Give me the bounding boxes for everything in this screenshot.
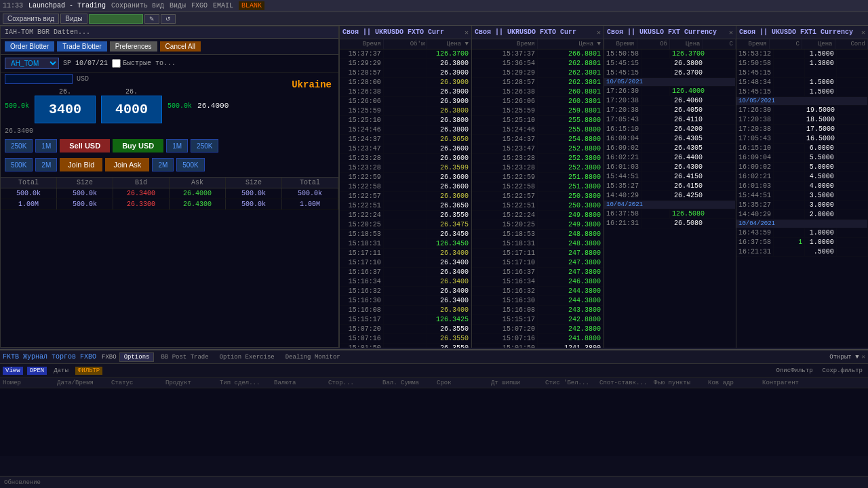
qty-500k-btn[interactable]: 500K [5,158,33,171]
savefilt-btn[interactable]: Сохр.фильтр [820,367,865,375]
table-row: 16:37:58 1 1.0000 [736,238,868,247]
ob-ask-1: 26.4000 [170,188,226,199]
join-bid-btn[interactable]: Join Bid [60,158,102,171]
mp4-c [774,210,805,219]
qty-250k-right-btn[interactable]: 250K [191,139,218,152]
mp4-time: 17:20:38 [736,125,774,134]
table-row: 15:18:53 26.3450 [340,230,471,239]
table-row: 16:21:31 26.5080 [604,219,736,228]
mp4-price: 17.5000 [804,125,837,134]
mp3-vol [642,49,670,58]
mp3-price: 126.4000 [670,87,707,96]
mp2-price: 249.3800 [538,220,604,229]
views-btn[interactable]: Виды [60,14,87,24]
save-view-btn[interactable]: Сохранить вид [3,14,59,24]
preferences-btn[interactable]: Preferences [110,41,157,52]
instrument-select[interactable]: АН_ТОМ [5,58,59,69]
qty-250k-btn[interactable]: 250K [5,139,33,152]
mp4-time: 15:44:51 [736,191,774,200]
mp4-time: 17:05:43 [736,134,774,143]
qty-1m-btn[interactable]: 1M [35,139,57,152]
mp2-time: 15:28:57 [472,78,538,87]
table-row: 15:22:57 250.3800 [472,192,604,201]
mp4-close[interactable]: ✕ [861,28,865,37]
table-row: 16:43:59 1.0000 [736,228,868,238]
mp2-time: 15:22:51 [472,201,538,210]
mp4-cond [837,238,868,247]
qty-2m-right-btn[interactable]: 2M [152,158,174,171]
menu-fa[interactable]: EMAIL [213,2,233,9]
table-row: 15:37:37 266.8801 [472,49,604,59]
qty-1m-right-btn[interactable]: 1M [166,139,188,152]
tab-options[interactable]: Options [119,352,155,362]
table-row: 15:50:58 126.3700 [604,49,736,59]
mp2-price: 266.8801 [538,49,604,58]
bid-box: 3400 [35,96,96,123]
ob-total-bid-1: 500.0k [1,188,57,199]
mp2-price: 249.8800 [538,211,604,220]
ob-size-ask-2: 500.0k [226,199,282,209]
mp3-c [705,219,736,228]
table-header-cell: Валюта [274,380,328,386]
dates-tab[interactable]: Даты [51,367,71,375]
mp3-time: 14:40:29 [604,191,642,200]
menu-fxgo[interactable]: Сохранить вид [111,2,164,9]
mp3-c [705,59,736,68]
close-bottom-btn[interactable]: ✕ [862,353,865,361]
date-cell: 10/04/2021 [604,201,736,209]
cancel-all-btn[interactable]: Cancel All [160,41,201,52]
instrument-display [89,14,143,24]
tab-dealing-monitor[interactable]: Dealing Monitor [281,353,344,361]
mp3-col-c: С [703,39,736,49]
mp4-c [774,163,805,171]
mp2-time: 15:16:34 [472,277,538,286]
table-row: 15:16:08 26.3400 [340,306,471,315]
mp3-price: 26.5080 [672,219,705,228]
ob-ask-2: 26.4300 [170,199,226,209]
refresh-btn[interactable]: ↺ [161,14,176,24]
mp2-time: 15:16:30 [472,296,538,305]
mp1-price: 26.3600 [427,173,471,182]
mp4-time: 16:01:03 [736,182,774,190]
mp2-time: 15:37:37 [472,49,538,58]
buy-usd-btn[interactable]: Buy USD [113,139,163,152]
mp2-time: 15:16:32 [472,287,538,296]
opisfilt-btn[interactable]: ОписФильтр [774,367,816,375]
qty-500k-right-btn[interactable]: 500K [176,158,204,171]
edit-btn[interactable]: ✎ [144,14,159,24]
trade-blotter-btn[interactable]: Trade Blotter [57,41,106,52]
menu-email[interactable]: Виды [170,2,186,9]
menu-status[interactable]: BLANK [239,1,264,10]
tab-option-exercise[interactable]: Option Exercise [216,353,279,361]
mp1-time: 15:07:16 [340,334,384,343]
mp4-c [774,78,805,87]
tab-bb-post-trade[interactable]: BB Post Trade [157,353,212,361]
mp3-time: 16:01:03 [604,163,642,171]
mp1-close[interactable]: ✕ [465,28,469,37]
ob-col-ask: Ask [170,178,226,188]
market-panels: Своя || UKRUSDO FXTO Curr ✕ Время Об'м Ц… [339,26,868,348]
mp1-vol [384,68,428,77]
mp1-vol [384,287,428,296]
rapid-checkbox[interactable]: Быстрые то... [112,59,176,68]
mp2-price: 255.8800 [538,116,604,125]
view-tab[interactable]: View [3,367,23,375]
menu-blank[interactable]: FXGO [191,2,208,9]
rapid-check[interactable] [112,59,121,68]
mp1-time: 15:17:11 [340,249,384,258]
amount-input[interactable]: 1,000,000.00 [5,74,73,84]
qty-2m-btn[interactable]: 2M [35,158,57,171]
table-row: 15:28:00 26.3900 [340,78,471,87]
table-row: 16:01:03 26.4300 [604,163,736,172]
mp2-close[interactable]: ✕ [597,28,601,37]
table-row: 15:48:34 1.5000 [736,78,868,87]
table-row: 15:20:25 26.3475 [340,220,471,230]
order-blotter-btn[interactable]: Order Blotter [5,41,54,52]
sell-usd-btn[interactable]: Sell USD [60,139,110,152]
table-header-cell: Номер [3,380,57,386]
table-row: 10/05/2021 [736,97,868,106]
open-btn[interactable]: Открыт ▼ [829,354,859,361]
mp2-time: 15:24:37 [472,135,538,144]
mp3-close[interactable]: ✕ [729,28,733,37]
join-ask-btn[interactable]: Join Ask [105,158,149,171]
